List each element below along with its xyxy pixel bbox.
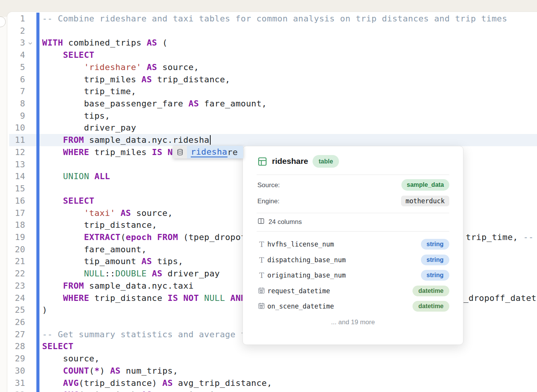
autocomplete-suggestion-rideshare[interactable]: rideshare [187,146,243,158]
code-line[interactable]: 4 SELECT [0,49,537,61]
columns-icon [257,217,265,227]
code-line[interactable]: 10 driver_pay [0,122,537,134]
code-line[interactable]: 11 FROM sample_data.nyc.ridesha [0,134,537,146]
columns-count-row: 24 columns [257,217,302,227]
code-token: SELECT [63,50,95,60]
code-text: source, [42,353,100,365]
code-token: sample_data.nyc.taxi [84,281,194,291]
code-token [42,269,84,278]
code-token [115,208,121,218]
code-text: trip_miles AS trip_distance, [42,74,230,86]
line-number: 18 [0,219,25,231]
text-icon: T [257,256,266,264]
code-token: SELECT [63,196,95,206]
code-token: AS [141,390,152,392]
code-line[interactable]: 7 trip_time, [0,85,537,98]
code-token: trip_distance, [42,220,157,230]
line-number: 20 [0,243,25,256]
code-token: NOT [183,293,199,303]
code-text: COUNT(*) AS num_trips, [42,365,178,377]
chevron-down-icon[interactable] [28,37,33,49]
line-number: 3 [0,37,25,49]
code-line[interactable]: 5 'rideshare' AS source, [0,61,537,74]
code-line[interactable]: 3WITH combined_trips AS ( [0,37,537,49]
text-icon: T [257,271,266,279]
code-token: IS [152,147,162,157]
line-number: 30 [0,365,25,377]
code-token: avg_trip_time, [152,390,231,392]
line-number: 23 [0,280,25,292]
code-token: ( [121,232,126,242]
code-line[interactable]: 6 trip_miles AS trip_distance, [0,74,537,86]
code-token [147,269,152,278]
code-token [141,62,147,72]
column-type-badge: string [421,255,449,265]
code-token [42,172,63,181]
source-label: Source: [257,181,280,189]
code-token: num_trips, [121,366,178,376]
code-token [42,366,63,376]
code-token: WHERE [63,293,89,303]
line-number: 8 [0,98,25,110]
divider [257,175,449,175]
more-columns-label: ... and 19 more [243,318,463,326]
line-number: 19 [0,231,25,243]
line-number: 14 [0,170,25,183]
code-token: p_dropoff_datet [458,292,537,304]
code-line[interactable]: 31 AVG(trip_distance) AS avg_trip_distan… [0,377,537,389]
code-token: UNION [63,172,89,181]
code-token: fare_amount, [199,99,267,108]
database-icon [173,146,187,158]
line-number: 25 [0,304,25,316]
code-token: -- Combine rideshare and taxi tables for… [42,14,507,23]
column-name: hvfhs_license_num [267,240,334,248]
code-line[interactable]: 9 tips, [0,110,537,122]
line-number: 6 [0,74,25,86]
code-text: trip_time, [42,85,136,98]
code-line[interactable]: 30 COUNT(*) AS num_trips, [0,365,537,377]
code-text: fare_amount, [42,243,147,256]
line-number: 16 [0,195,25,207]
line-number: 31 [0,377,25,389]
column-name: originating_base_num [267,271,346,279]
code-line[interactable]: 8 base_passenger_fare AS fare_amount, [0,98,537,110]
line-number: 7 [0,85,25,98]
code-token: (trip_time) [79,390,142,392]
code-token: FROM [157,232,178,242]
tooltip-table-title: rideshare [272,157,308,166]
modified-lines-indicator [36,13,39,392]
code-line[interactable]: 29 source, [0,353,537,365]
code-text: FROM sample_data.nyc.taxi [42,280,194,292]
code-token: source, [157,62,199,72]
line-number: 22 [0,268,25,280]
code-token: driver_pay [162,269,220,278]
code-token: tip_amount [42,256,141,266]
code-line[interactable]: 32 AVG(trip_time) AS avg_trip_time, [0,389,537,392]
code-text: driver_pay [42,122,136,134]
code-token: ) [100,366,110,376]
code-token [42,293,63,303]
column-type-badge: string [421,270,449,281]
code-line[interactable]: 1-- Combine rideshare and taxi tables fo… [0,13,537,25]
suggestion-rest-text: re [228,147,238,157]
engine-label: Engine: [257,198,280,205]
code-token: trip_distance [89,293,168,303]
code-token: WHERE [63,147,89,157]
line-number: 9 [0,110,25,122]
line-number: 29 [0,353,25,365]
code-text: SELECT [42,195,94,207]
code-text: SELECT [42,49,94,61]
code-token: :: [105,269,115,278]
code-text: AVG(trip_time) AS avg_trip_time, [42,389,230,392]
code-line[interactable]: 2 [0,25,537,37]
code-token: tips, [152,256,183,266]
code-token: 'taxi' [84,208,115,218]
code-token: trip_miles [89,147,152,157]
code-token: source, [131,208,173,218]
code-token [42,62,84,72]
code-text: NULL::DOUBLE AS driver_pay [42,268,220,280]
calendar-clock-icon [257,287,266,296]
line-number: 2 [0,25,25,37]
line-number: 5 [0,61,25,74]
code-token [152,232,157,242]
